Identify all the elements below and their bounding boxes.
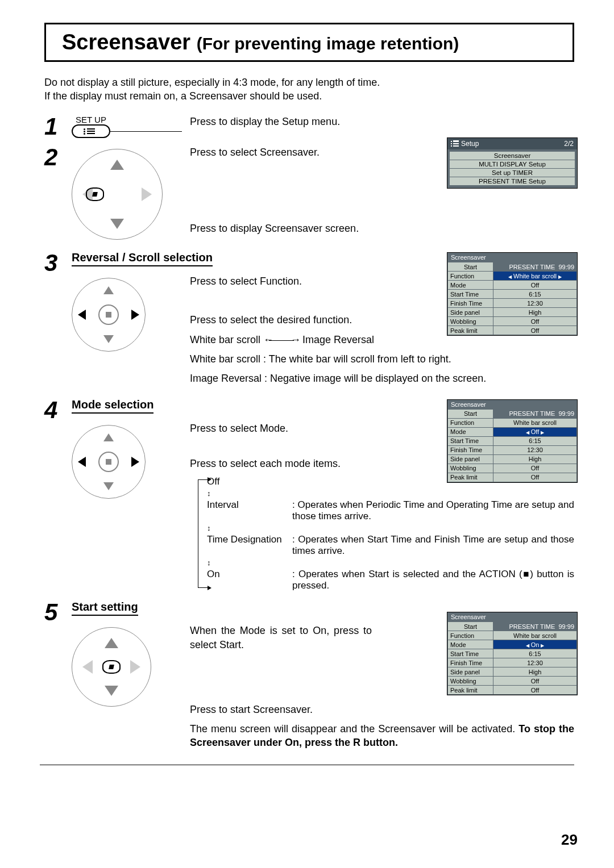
up-arrow-icon — [103, 433, 114, 441]
mode-on-desc: : Operates when Start is selected and th… — [292, 569, 574, 591]
divider — [40, 765, 574, 765]
action-button-icon — [98, 452, 119, 472]
ss-mode-value: ◀ On ▶ — [493, 640, 577, 649]
page-title-box: Screensaver (For preventing image retent… — [44, 23, 574, 62]
updown-arrow-icon: ↕ — [207, 490, 211, 497]
down-arrow-icon — [110, 219, 124, 229]
step-number-3: 3 — [44, 251, 72, 391]
mode-timedes-desc: : Operates when Start Time and Finish Ti… — [292, 534, 574, 557]
title-main: Screensaver — [62, 30, 190, 54]
mode-on: On — [207, 569, 292, 580]
left-arrow-icon — [78, 310, 86, 320]
step5-text3: The menu screen will disappear and the S… — [190, 722, 574, 750]
remote-navpad-icon — [72, 149, 163, 240]
up-arrow-icon — [105, 638, 118, 648]
right-arrow-icon — [131, 457, 139, 467]
intro-line1: Do not display a still picture, especial… — [44, 77, 380, 88]
action-button-icon — [98, 304, 119, 325]
action-button-icon — [86, 187, 104, 201]
updown-arrow-icon: ↕ — [207, 524, 211, 532]
step5-text2: Press to start Screensaver. — [190, 703, 574, 716]
action-button-icon — [102, 660, 121, 674]
page-number: 29 — [561, 831, 578, 849]
screensaver-menu-panel-5: Screensaver Start PRESENT TIME 99:99 Fun… — [447, 612, 578, 695]
mode-cycle-diagram: Off ↕ Interval : Operates when Periodic … — [207, 476, 574, 591]
step4-heading: Mode selection — [72, 398, 154, 414]
down-arrow-icon — [103, 482, 114, 490]
intro-text: Do not display a still picture, especial… — [44, 76, 574, 103]
down-arrow-icon — [103, 335, 114, 343]
step-number-4: 4 — [44, 398, 72, 594]
step3-heading: Reversal / Scroll selection — [72, 251, 213, 266]
up-arrow-icon — [103, 286, 114, 294]
remote-navpad-icon — [72, 425, 146, 499]
ss-function-value: ◀ White bar scroll ▶ — [493, 272, 577, 281]
step5-text1: When the Mode is set to On, press to sel… — [190, 624, 372, 652]
mode-time-designation: Time Designation — [207, 534, 292, 545]
step5-heading: Start setting — [72, 600, 138, 616]
step2-text2: Press to display Screensaver screen. — [190, 222, 574, 235]
step3-note-b: Image Reversal : Negative image will be … — [190, 372, 574, 385]
step1-text: Press to display the Setup menu. — [190, 115, 574, 128]
remote-navpad-icon — [72, 627, 151, 707]
screensaver-menu-panel-4: Screensaver Start PRESENT TIME 99:99 Fun… — [447, 399, 578, 483]
right-arrow-icon — [130, 660, 140, 674]
step-number-5: 5 — [44, 600, 72, 755]
mode-interval: Interval — [207, 499, 292, 511]
step2-text1: Press to select Screensaver. — [190, 145, 574, 159]
step-number-2: 2 — [44, 145, 72, 241]
left-arrow-icon — [78, 457, 86, 467]
ss-mode-value: ◀ Off ▶ — [493, 427, 577, 436]
setup-button-icon — [72, 124, 110, 138]
up-arrow-icon — [110, 160, 124, 170]
mode-off: Off — [207, 476, 292, 487]
left-arrow-icon — [82, 660, 93, 674]
ss-start-label: Start — [448, 262, 493, 272]
ss-title: Screensaver — [447, 253, 577, 262]
right-arrow-icon — [131, 310, 139, 320]
mode-interval-desc: : Operates when Periodic Time and Operat… — [292, 499, 574, 522]
screensaver-menu-panel-3: Screensaver Start PRESENT TIME 99:99 Fun… — [447, 252, 578, 336]
intro-line2: If the display must remain on, a Screens… — [44, 90, 322, 102]
remote-navpad-icon — [72, 278, 146, 352]
page-title: Screensaver (For preventing image retent… — [62, 30, 557, 55]
down-arrow-icon — [105, 686, 118, 696]
bidirectional-arrow-icon — [263, 333, 300, 347]
step-number-1: 1 — [44, 115, 72, 139]
setup-button-label: SET UP — [72, 115, 110, 124]
updown-arrow-icon: ↕ — [207, 559, 211, 566]
title-paren: (For preventing image retention) — [197, 34, 459, 53]
step3-note-a: White bar scroll : The white bar will sc… — [190, 352, 574, 366]
right-arrow-icon — [142, 187, 152, 201]
